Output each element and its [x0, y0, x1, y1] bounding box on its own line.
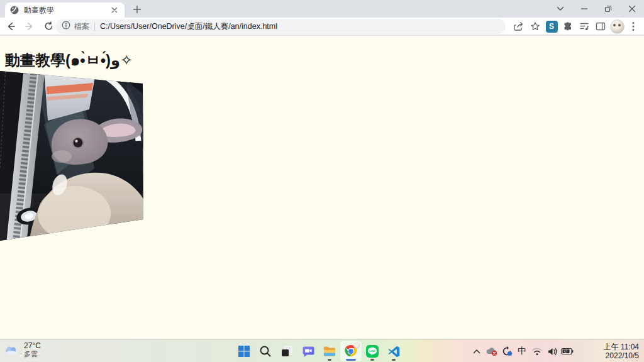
windows-logo-icon — [238, 345, 250, 358]
media-controls-icon[interactable] — [576, 18, 592, 35]
avatar-photo — [610, 19, 625, 34]
taskbar-clock[interactable]: 上午 11:04 2022/10/5 — [604, 343, 639, 360]
window-controls — [548, 0, 644, 18]
vscode-icon — [387, 345, 401, 358]
line-button[interactable]: LINE — [362, 341, 383, 361]
forward-button[interactable] — [21, 18, 38, 35]
active-indicator — [346, 359, 356, 361]
taskbar-apps: LINE — [233, 341, 404, 361]
file-explorer-button[interactable] — [319, 341, 340, 361]
tab-strip: 動畫教學 — [0, 0, 644, 18]
ime-indicator[interactable]: 中 — [514, 346, 530, 357]
line-logo-text: LINE — [369, 349, 375, 353]
url-text: C:/Users/User/OneDrive/桌面/鐵人賽/an/index.h… — [100, 21, 277, 32]
minimize-button[interactable] — [572, 0, 596, 18]
chrome-profile-badge — [353, 342, 360, 349]
globe-favicon-icon — [10, 6, 19, 14]
task-view-button[interactable] — [276, 341, 297, 361]
screen: 動畫教學 — [0, 0, 644, 362]
start-button[interactable] — [233, 341, 255, 361]
wifi-icon[interactable] — [530, 344, 545, 359]
url-separator — [94, 23, 95, 31]
back-button[interactable] — [3, 18, 19, 35]
weather-temperature: 27°C — [24, 342, 41, 350]
system-tray: 中 — [469, 340, 575, 362]
address-bar[interactable]: 檔案 C:/Users/User/OneDrive/桌面/鐵人賽/an/inde… — [55, 19, 506, 34]
new-tab-button[interactable] — [130, 4, 145, 15]
clock-date: 2022/10/5 — [604, 351, 639, 360]
running-indicator — [392, 359, 396, 361]
kebab-menu-icon[interactable] — [625, 18, 641, 35]
profile-avatar[interactable] — [609, 18, 625, 35]
file-explorer-icon — [323, 344, 336, 358]
onedrive-error-icon[interactable] — [484, 344, 499, 359]
search-icon — [259, 345, 272, 358]
bookmark-star-icon[interactable] — [527, 18, 543, 35]
browser-tab[interactable]: 動畫教學 — [5, 3, 125, 18]
tab-title: 動畫教學 — [24, 5, 109, 16]
line-icon: LINE — [365, 344, 379, 358]
task-view-icon — [280, 345, 293, 358]
vscode-button[interactable] — [383, 341, 404, 361]
battery-icon[interactable] — [560, 344, 575, 359]
teams-chat-button[interactable] — [297, 341, 319, 361]
running-indicator — [328, 359, 331, 361]
cloud-icon — [4, 344, 20, 356]
taskbar-search[interactable] — [255, 341, 276, 361]
reload-button[interactable] — [40, 18, 57, 35]
weather-condition: 多雲 — [24, 350, 41, 358]
browser-toolbar: 檔案 C:/Users/User/OneDrive/桌面/鐵人賽/an/inde… — [0, 18, 644, 35]
web-page: 動畫教學(๑•̀ㅂ•́)ﻭ✧ — [0, 36, 644, 339]
restore-button[interactable] — [596, 0, 620, 18]
tab-search-chevron-icon[interactable] — [548, 0, 572, 18]
sync-update-icon[interactable] — [499, 344, 514, 359]
extensions-puzzle-icon[interactable] — [560, 18, 576, 35]
tab-close-icon[interactable] — [109, 5, 119, 15]
extension-s-icon[interactable]: S — [543, 18, 560, 35]
url-scheme-label: 檔案 — [74, 21, 89, 32]
running-indicator — [370, 359, 374, 361]
clock-time: 上午 11:04 — [604, 343, 639, 351]
site-info-icon[interactable] — [62, 21, 70, 32]
close-button[interactable] — [620, 0, 644, 18]
side-panel-icon[interactable] — [592, 18, 609, 35]
volume-icon[interactable] — [545, 344, 560, 359]
share-button[interactable] — [511, 18, 527, 35]
teams-chat-icon — [302, 345, 315, 358]
chrome-button[interactable] — [340, 341, 362, 361]
windows-taskbar: 27°C 多雲 — [0, 339, 644, 362]
tray-chevron-up-icon[interactable] — [469, 344, 484, 359]
rabbit-photo — [0, 68, 148, 244]
weather-widget[interactable]: 27°C 多雲 — [4, 342, 41, 358]
